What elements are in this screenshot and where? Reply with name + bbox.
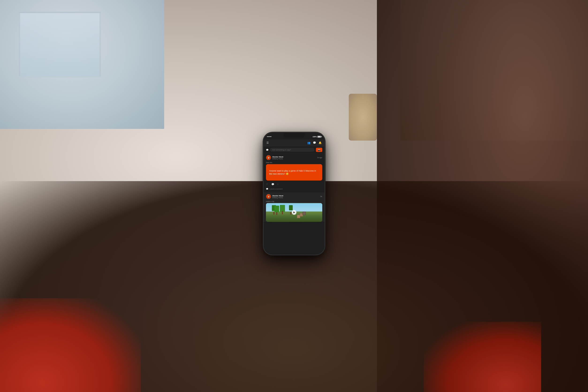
owl-icon-2: 🦉 bbox=[267, 195, 270, 198]
post-1-content: Anyone want to play a game of Halo 5 War… bbox=[269, 170, 319, 175]
post-2-username[interactable]: Doctor Hoot bbox=[272, 194, 319, 196]
phone-notch bbox=[283, 132, 305, 138]
share-icon[interactable]: ↑ bbox=[277, 183, 279, 185]
status-right: 100% bbox=[313, 136, 321, 138]
friends-icon[interactable]: 👥 bbox=[307, 141, 311, 144]
furniture bbox=[349, 94, 377, 140]
signal-dot bbox=[271, 136, 271, 137]
post-comment-icon: 💬 bbox=[266, 148, 268, 151]
post-1-actions: ♡ 💬 ↑ bbox=[264, 181, 325, 187]
phone-screen: ☰ 👥 💬 🔔 💬 Got something to say? 📷 bbox=[264, 139, 325, 254]
signal-dot bbox=[268, 136, 268, 137]
owl-icon: 🦉 bbox=[267, 156, 270, 159]
phone-wrapper: 9:41 AM 100% ☰ 👥 💬 🔔 bbox=[264, 132, 325, 254]
signal-dot bbox=[267, 136, 268, 137]
post-camera-button[interactable]: 📷 bbox=[316, 148, 322, 152]
post-2-gamertag: Brittany Flores bbox=[272, 196, 319, 198]
signal-dot bbox=[269, 136, 269, 137]
comment-bubble-icon: 💬 bbox=[266, 188, 268, 190]
play-triangle-icon bbox=[293, 211, 295, 213]
clip-block-3 bbox=[303, 212, 306, 215]
clip-tree-4 bbox=[274, 206, 279, 215]
post-1-sublabel: Said this: bbox=[264, 162, 325, 164]
post-1-card[interactable]: Anyone want to play a game of Halo 5 War… bbox=[266, 164, 322, 180]
like-icon[interactable]: ♡ bbox=[266, 183, 268, 185]
comment-icon[interactable]: 💬 bbox=[271, 183, 274, 185]
feed-post-1: 🦉 Doctor Hoot Brittany Flores 3s ago Sai… bbox=[264, 154, 325, 192]
signal-dot bbox=[270, 136, 270, 137]
phone: 9:41 AM 100% ☰ 👥 💬 🔔 bbox=[264, 132, 325, 254]
camera-icon: 📷 bbox=[318, 148, 320, 151]
nav-bar: ☰ 👥 💬 🔔 bbox=[264, 139, 325, 146]
nav-right-icons: 👥 💬 🔔 bbox=[307, 141, 322, 144]
battery-percent: 100% bbox=[313, 136, 317, 138]
post-1-username[interactable]: Doctor Hoot bbox=[272, 156, 316, 158]
comment-placeholder[interactable]: Leave a comment bbox=[270, 188, 283, 190]
post-1-header: 🦉 Doctor Hoot Brittany Flores 3s ago bbox=[264, 154, 325, 162]
play-button[interactable] bbox=[292, 210, 297, 215]
messages-icon[interactable]: 💬 bbox=[313, 141, 316, 144]
post-2-avatar[interactable]: 🦉 bbox=[266, 194, 271, 199]
avatar-image-2: 🦉 bbox=[266, 194, 271, 199]
post-1-avatar[interactable]: 🦉 bbox=[266, 155, 271, 160]
comment-input-row: 💬 Leave a comment bbox=[264, 187, 325, 192]
notifications-icon[interactable]: 🔔 bbox=[319, 141, 322, 144]
post-input-placeholder: Got something to say? bbox=[272, 149, 291, 151]
signal-indicators bbox=[267, 136, 271, 137]
post-input-field[interactable]: Got something to say? bbox=[270, 148, 315, 152]
clip-tree-2 bbox=[280, 205, 285, 214]
post-input-bar: 💬 Got something to say? 📷 bbox=[264, 146, 325, 154]
avatar-image: 🦉 bbox=[266, 155, 271, 160]
post-2-time: 5h bbox=[320, 196, 322, 197]
battery-icon bbox=[317, 136, 321, 138]
post-2-meta: Doctor Hoot Brittany Flores bbox=[272, 194, 319, 198]
menu-icon[interactable]: ☰ bbox=[266, 141, 269, 144]
post-1-time: 3s ago bbox=[317, 157, 322, 158]
window-frame bbox=[19, 12, 101, 77]
post-1-meta: Doctor Hoot Brittany Flores bbox=[272, 156, 316, 159]
feed-post-2: 🦉 Doctor Hoot Brittany Flores 5h made a … bbox=[264, 192, 325, 222]
post-2-sublabel: made a clip bbox=[264, 200, 325, 203]
battery-fill bbox=[318, 136, 321, 137]
post-2-header: 🦉 Doctor Hoot Brittany Flores 5h bbox=[264, 192, 325, 200]
clip-thumbnail[interactable] bbox=[266, 203, 322, 222]
post-1-gamertag: Brittany Flores bbox=[272, 158, 316, 159]
